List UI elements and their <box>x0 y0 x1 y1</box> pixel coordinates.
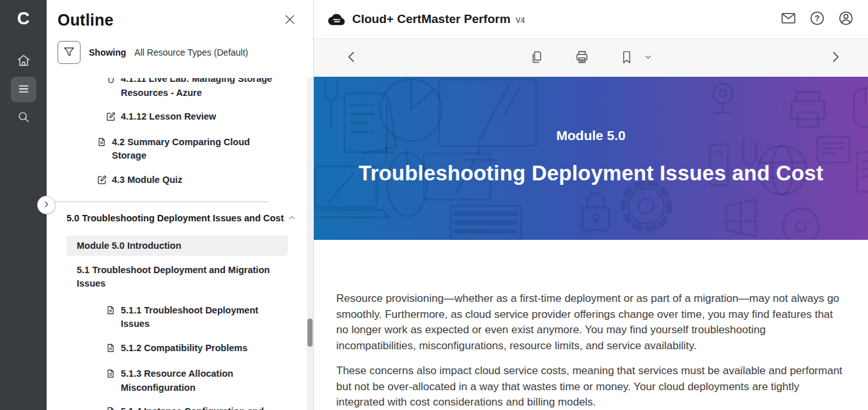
home-icon <box>17 54 31 70</box>
outline-item[interactable]: 5.1.2 Compatibility Problems <box>47 342 283 358</box>
outline-item-label: 5.1.4 Instance Configuration and <box>121 405 264 410</box>
document-icon <box>106 305 116 331</box>
outline-item-label: 5.1.1 Troubleshoot Deployment Issues <box>121 304 283 331</box>
document-icon <box>106 368 116 395</box>
home-button[interactable] <box>11 49 36 74</box>
outline-item[interactable]: 4.1.11 Live Lab: Managing Storage Resour… <box>47 78 283 100</box>
document-icon <box>97 137 107 163</box>
menu-icon <box>17 82 31 98</box>
main-content: Cloud+ CertMaster Perform V4 ? <box>313 0 868 410</box>
comptia-logo[interactable]: C <box>0 0 47 37</box>
section-divider <box>55 201 268 202</box>
help-icon: ? <box>809 10 825 28</box>
chevron-right-icon <box>828 50 842 66</box>
prev-page-button[interactable] <box>345 50 359 66</box>
outline-item-label: 5.1.2 Compatibility Problems <box>121 342 247 358</box>
course-header: Cloud+ CertMaster Perform V4 ? <box>314 0 868 38</box>
outline-item[interactable]: 5.1 Troubleshoot Deployment and Migratio… <box>47 264 283 291</box>
outline-item-label: 5.1 Troubleshoot Deployment and Migratio… <box>77 264 283 291</box>
outline-item-label: 5.0 Troubleshooting Deployment Issues an… <box>66 212 284 226</box>
search-icon <box>17 110 31 126</box>
outline-tree: 4.1.11 Live Lab: Managing Storage Resour… <box>47 78 307 410</box>
lesson-content: Module 5.0 Troubleshooting Deployment Is… <box>314 77 868 410</box>
paragraph: These concerns also impact cloud service… <box>336 363 842 410</box>
mail-icon <box>780 10 796 28</box>
copy-button[interactable] <box>529 49 545 67</box>
outline-item[interactable]: 5.1.3 Resource Allocation Misconfigurati… <box>47 367 283 395</box>
outline-panel: Outline Showing All Resource Types (Defa… <box>47 0 313 410</box>
outline-item[interactable]: 4.3 Module Quiz <box>47 173 283 189</box>
content-toolbar <box>314 38 868 77</box>
search-button[interactable] <box>11 105 36 130</box>
collapse-outline-handle[interactable] <box>37 196 56 214</box>
outline-module-header[interactable]: 5.0 Troubleshooting Deployment Issues an… <box>47 211 283 226</box>
lesson-body: Resource provisioning—whether as a first… <box>314 240 868 410</box>
paragraph: Resource provisioning—whether as a first… <box>336 291 842 354</box>
outline-title: Outline <box>58 11 114 29</box>
outline-item-label: 4.2 Summary Comparing Cloud Storage <box>112 136 283 163</box>
chevron-left-icon <box>345 50 359 66</box>
outline-item[interactable]: 4.2 Summary Comparing Cloud Storage <box>47 136 283 163</box>
account-button[interactable] <box>838 10 854 28</box>
showing-label: Showing <box>89 47 126 58</box>
help-button[interactable]: ? <box>809 10 825 28</box>
course-title: Cloud+ CertMaster Perform <box>352 12 511 26</box>
outline-item-label: 4.1.12 Lesson Review <box>121 110 216 125</box>
edit-icon <box>97 175 107 189</box>
outline-item-label: 5.1.3 Resource Allocation Misconfigurati… <box>121 367 283 395</box>
filter-button[interactable] <box>58 41 81 64</box>
outline-item-label: Module 5.0 Introduction <box>77 240 182 251</box>
version-badge: V4 <box>516 16 525 25</box>
funnel-icon <box>63 46 75 59</box>
outline-scrollbar[interactable] <box>307 78 313 410</box>
close-outline-button[interactable] <box>283 13 297 28</box>
copy-icon <box>529 49 545 67</box>
module-title: Troubleshooting Deployment Issues and Co… <box>314 161 868 185</box>
outline-scrollbar-thumb[interactable] <box>307 319 313 347</box>
print-icon <box>574 49 590 67</box>
profile-icon <box>838 10 854 28</box>
chevron-right-icon <box>42 200 50 210</box>
outline-item[interactable]: 5.1.1 Troubleshoot Deployment Issues <box>47 304 283 331</box>
messages-button[interactable] <box>780 10 796 28</box>
mouse-icon <box>106 78 116 100</box>
cloud-course-icon <box>328 12 345 27</box>
outline-nav-button[interactable] <box>11 77 36 102</box>
filter-value[interactable]: All Resource Types (Default) <box>134 47 248 58</box>
print-button[interactable] <box>574 49 590 67</box>
close-icon <box>283 13 297 28</box>
outline-item-current[interactable]: Module 5.0 Introduction <box>66 235 288 256</box>
next-page-button[interactable] <box>828 50 842 66</box>
app-window: C Outline <box>0 0 868 410</box>
module-banner: Module 5.0 Troubleshooting Deployment Is… <box>314 77 868 240</box>
outline-item[interactable]: 4.1.12 Lesson Review <box>47 110 283 125</box>
bookmark-button[interactable] <box>619 49 653 67</box>
chevron-down-icon <box>644 52 653 63</box>
svg-text:?: ? <box>815 13 820 23</box>
module-label: Module 5.0 <box>314 128 868 143</box>
outline-item-label: 4.1.11 Live Lab: Managing Storage Resour… <box>121 78 283 100</box>
outline-item[interactable]: 5.1.4 Instance Configuration and <box>47 405 283 410</box>
document-icon <box>106 343 116 358</box>
document-icon <box>106 406 116 410</box>
chevron-up-icon <box>288 212 296 226</box>
edit-icon <box>106 111 116 125</box>
bookmark-icon <box>619 49 634 67</box>
outline-item-label: 4.3 Module Quiz <box>112 173 182 189</box>
tech-pattern-background <box>314 77 868 240</box>
